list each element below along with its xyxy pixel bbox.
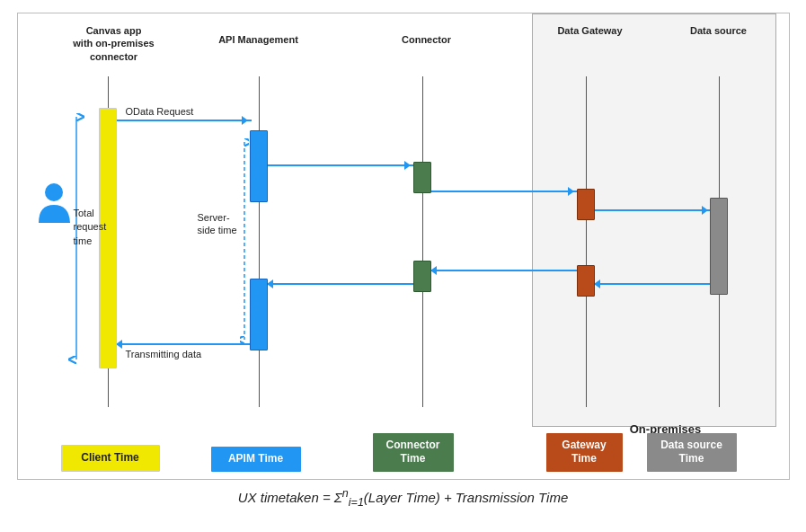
col-header-apim: API Management bbox=[214, 33, 304, 46]
connector-activation-box-top bbox=[413, 162, 431, 193]
onprem-box bbox=[532, 13, 776, 427]
arrow-canvas-to-apim bbox=[117, 120, 252, 121]
formula-text: UX timetaken = Σni=1(Layer Time) + Trans… bbox=[238, 490, 569, 505]
gateway-activation-box-bottom bbox=[577, 265, 595, 297]
person-icon bbox=[34, 180, 75, 232]
legend-gateway-time-label: GatewayTime bbox=[562, 439, 606, 466]
apim-activation-box-top bbox=[250, 130, 268, 202]
arrow-gateway-to-datasource bbox=[595, 209, 712, 211]
lifeline-gateway bbox=[586, 76, 588, 407]
label-odata-request: OData Request bbox=[126, 105, 194, 118]
main-diagram: Canvas appwith on-premisesconnector API … bbox=[17, 13, 790, 480]
legend-apim-time: APIM Time bbox=[211, 447, 301, 472]
formula-area: UX timetaken = Σni=1(Layer Time) + Trans… bbox=[17, 487, 790, 509]
label-transmitting-data: Transmitting data bbox=[126, 348, 202, 360]
legend-connector-time: ConnectorTime bbox=[373, 433, 454, 472]
col-header-connector: Connector bbox=[391, 33, 463, 46]
legend-gateway-time: GatewayTime bbox=[546, 433, 623, 472]
lifeline-connector bbox=[422, 76, 424, 407]
legend-datasource-time-label: Data sourceTime bbox=[660, 439, 722, 466]
apim-activation-box-bottom bbox=[250, 279, 268, 350]
col-header-datasource: Data source bbox=[678, 24, 759, 37]
col-header-canvas: Canvas appwith on-premisesconnector bbox=[65, 24, 164, 63]
lifeline-apim bbox=[259, 76, 261, 407]
gateway-activation-box-top bbox=[577, 189, 595, 220]
arrow-datasource-to-gateway bbox=[595, 283, 712, 285]
datasource-activation-box bbox=[710, 198, 728, 295]
legend-client-time: Client Time bbox=[61, 445, 160, 472]
arrow-connector-to-apim bbox=[268, 283, 414, 285]
legend-client-time-label: Client Time bbox=[81, 451, 138, 464]
server-side-varrow bbox=[240, 133, 249, 349]
arrow-gateway-to-connector bbox=[431, 270, 578, 271]
connector-activation-box-bottom bbox=[413, 261, 431, 292]
label-server-side-time: Server-side time bbox=[198, 211, 237, 237]
arrow-apim-to-connector bbox=[268, 164, 414, 166]
arrow-connector-to-gateway bbox=[431, 191, 578, 192]
legend-datasource-time: Data sourceTime bbox=[647, 433, 737, 472]
legend-connector-time-label: ConnectorTime bbox=[386, 439, 440, 466]
label-total-request-time: Totalrequesttime bbox=[74, 207, 107, 248]
arrow-apim-to-canvas bbox=[117, 343, 252, 345]
svg-point-0 bbox=[45, 183, 63, 201]
legend-apim-time-label: APIM Time bbox=[228, 452, 283, 465]
col-header-gateway: Data Gateway bbox=[550, 24, 631, 37]
